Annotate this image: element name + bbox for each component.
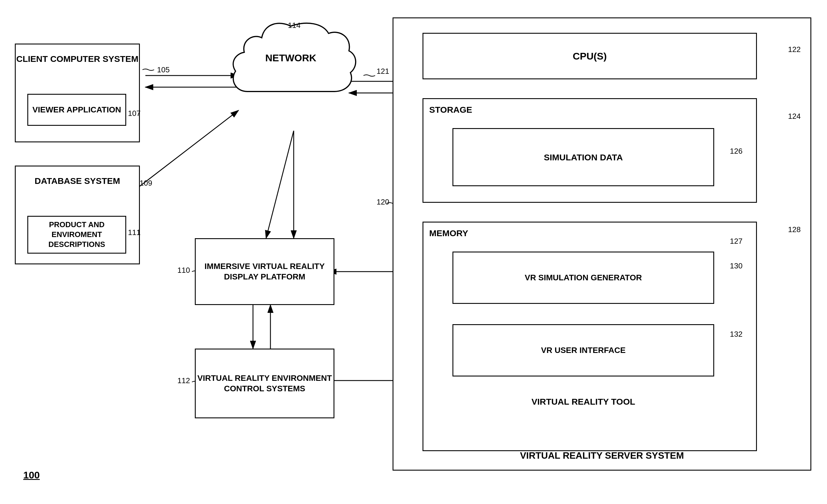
ref-130: 130	[730, 262, 742, 271]
simulation-data-box: SIMULATION DATA	[452, 128, 714, 186]
client-computer-system-box: CLIENT COMPUTER SYSTEM VIEWER APPLICATIO…	[15, 44, 140, 142]
ref-122: 122	[788, 45, 800, 54]
ref-105: 105	[157, 65, 169, 74]
ref-111: 111	[128, 228, 140, 237]
immersive-vr-label: IMMERSIVE VIRTUAL REALITY DISPLAY PLATFO…	[196, 261, 334, 282]
diagram: CLIENT COMPUTER SYSTEM VIEWER APPLICATIO…	[0, 0, 827, 504]
vr-sim-generator-box: VR SIMULATION GENERATOR	[452, 251, 714, 304]
ref-132: 132	[730, 330, 742, 339]
ref-128: 128	[788, 225, 800, 234]
ref-107: 107	[128, 109, 140, 118]
svg-line-9	[266, 131, 294, 238]
virtual-reality-tool-label: VIRTUAL REALITY TOOL	[452, 397, 714, 407]
vr-user-interface-box: VR USER INTERFACE	[452, 324, 714, 377]
vr-env-control-box: VIRTUAL REALITY ENVIRONMENT CONTROL SYST…	[195, 349, 334, 418]
storage-label: STORAGE	[429, 105, 472, 115]
vr-env-control-label: VIRTUAL REALITY ENVIRONMENT CONTROL SYST…	[196, 373, 334, 394]
vr-server-box: CPU(S) STORAGE SIMULATION DATA MEMORY VR…	[393, 17, 811, 470]
immersive-vr-box: IMMERSIVE VIRTUAL REALITY DISPLAY PLATFO…	[195, 238, 334, 305]
figure-number: 100	[23, 469, 40, 481]
network-cloud: NETWORK	[221, 17, 360, 139]
ref-109: 109	[140, 179, 152, 188]
database-system-box: DATABASE SYSTEM PRODUCT AND ENVIROMENT D…	[15, 166, 140, 264]
ref-114: 114	[288, 21, 300, 30]
ref-126: 126	[730, 147, 742, 156]
vr-server-label: VIRTUAL REALITY SERVER SYSTEM	[393, 450, 811, 461]
memory-label: MEMORY	[429, 228, 468, 238]
ref-127: 127	[730, 237, 742, 246]
ref-120: 120	[377, 198, 389, 207]
memory-box: MEMORY VR SIMULATION GENERATOR VR USER I…	[423, 222, 757, 451]
ref-121: 121	[377, 67, 389, 76]
simulation-data-label: SIMULATION DATA	[544, 152, 623, 163]
network-label: NETWORK	[221, 52, 360, 64]
client-computer-label: CLIENT COMPUTER SYSTEM	[16, 53, 139, 64]
viewer-application-label: VIEWER APPLICATION	[33, 105, 121, 115]
ref-110: 110	[177, 266, 190, 275]
vr-sim-generator-label: VR SIMULATION GENERATOR	[525, 273, 642, 283]
product-descriptions-box: PRODUCT AND ENVIROMENT DESCRIPTIONS	[27, 216, 126, 254]
storage-box: STORAGE SIMULATION DATA	[423, 98, 757, 203]
database-system-label: DATABASE SYSTEM	[16, 175, 139, 186]
ref-112: 112	[177, 376, 190, 385]
vr-user-interface-label: VR USER INTERFACE	[541, 345, 626, 355]
viewer-application-box: VIEWER APPLICATION	[27, 94, 126, 126]
cpus-label: CPU(S)	[573, 50, 606, 62]
cpus-box: CPU(S)	[423, 33, 757, 79]
ref-124: 124	[788, 112, 800, 121]
product-descriptions-label: PRODUCT AND ENVIROMENT DESCRIPTIONS	[28, 220, 125, 249]
